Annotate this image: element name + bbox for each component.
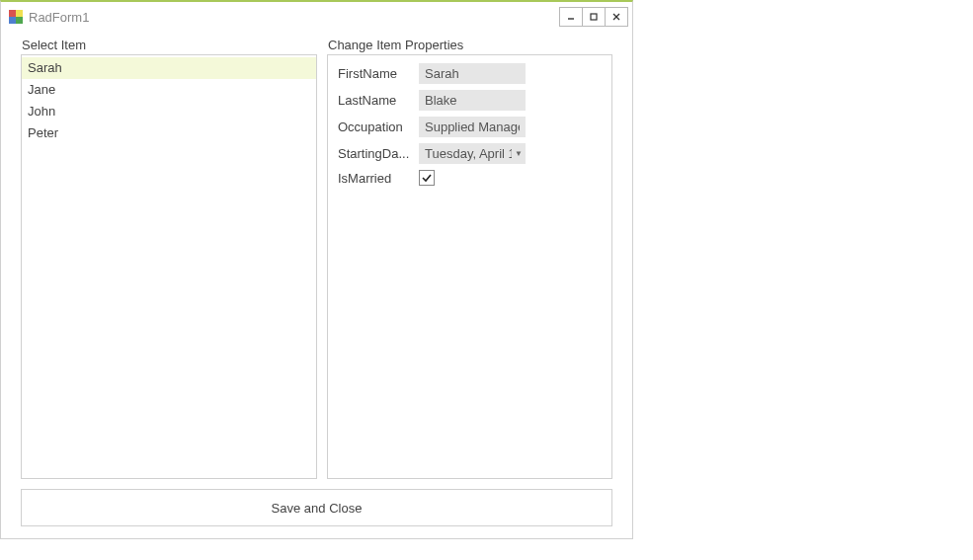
minimize-icon bbox=[566, 12, 576, 22]
item-list[interactable]: Sarah Jane John Peter bbox=[22, 55, 316, 146]
check-icon bbox=[421, 172, 433, 184]
window-controls bbox=[560, 7, 628, 27]
list-item[interactable]: Sarah bbox=[22, 57, 316, 79]
titlebar-left: RadForm1 bbox=[9, 10, 89, 25]
list-item[interactable]: John bbox=[22, 101, 316, 122]
titlebar: RadForm1 bbox=[1, 2, 632, 32]
startingdate-value: Tuesday, April 1, bbox=[419, 146, 512, 161]
select-item-panel: Select Item Sarah Jane John Peter bbox=[21, 54, 317, 479]
save-close-label: Save and Close bbox=[272, 501, 363, 516]
firstname-row: FirstName bbox=[338, 63, 602, 84]
select-item-label: Select Item bbox=[22, 38, 86, 52]
chevron-down-icon: ▼ bbox=[512, 149, 526, 158]
startingdate-row: StartingDa... Tuesday, April 1, ▼ bbox=[338, 143, 602, 164]
close-icon bbox=[611, 12, 621, 22]
maximize-icon bbox=[589, 12, 599, 22]
save-close-button[interactable]: Save and Close bbox=[21, 489, 612, 526]
ismarried-label: IsMarried bbox=[338, 171, 419, 186]
svg-rect-1 bbox=[591, 14, 597, 20]
radform-window: RadForm1 Select Item Sarah Jane John Pet… bbox=[0, 0, 633, 539]
ismarried-checkbox[interactable] bbox=[419, 170, 435, 186]
list-item[interactable]: Jane bbox=[22, 79, 316, 101]
content-area: Select Item Sarah Jane John Peter Change… bbox=[21, 54, 612, 479]
properties-panel: Change Item Properties FirstName LastNam… bbox=[327, 54, 612, 479]
startingdate-picker[interactable]: Tuesday, April 1, ▼ bbox=[419, 143, 526, 164]
occupation-row: Occupation bbox=[338, 117, 602, 137]
maximize-button[interactable] bbox=[582, 7, 606, 27]
occupation-input[interactable] bbox=[419, 117, 526, 137]
properties-label: Change Item Properties bbox=[328, 38, 463, 52]
lastname-row: LastName bbox=[338, 90, 602, 111]
app-icon bbox=[9, 10, 23, 24]
minimize-button[interactable] bbox=[559, 7, 583, 27]
lastname-label: LastName bbox=[338, 93, 419, 108]
ismarried-row: IsMarried bbox=[338, 170, 602, 186]
window-title: RadForm1 bbox=[29, 10, 89, 25]
properties-form: FirstName LastName Occupation StartingDa… bbox=[328, 55, 611, 200]
list-item[interactable]: Peter bbox=[22, 122, 316, 144]
firstname-label: FirstName bbox=[338, 66, 419, 81]
startingdate-label: StartingDa... bbox=[338, 146, 419, 161]
firstname-input[interactable] bbox=[419, 63, 526, 84]
occupation-label: Occupation bbox=[338, 120, 419, 134]
lastname-input[interactable] bbox=[419, 90, 526, 111]
close-button[interactable] bbox=[605, 7, 628, 27]
